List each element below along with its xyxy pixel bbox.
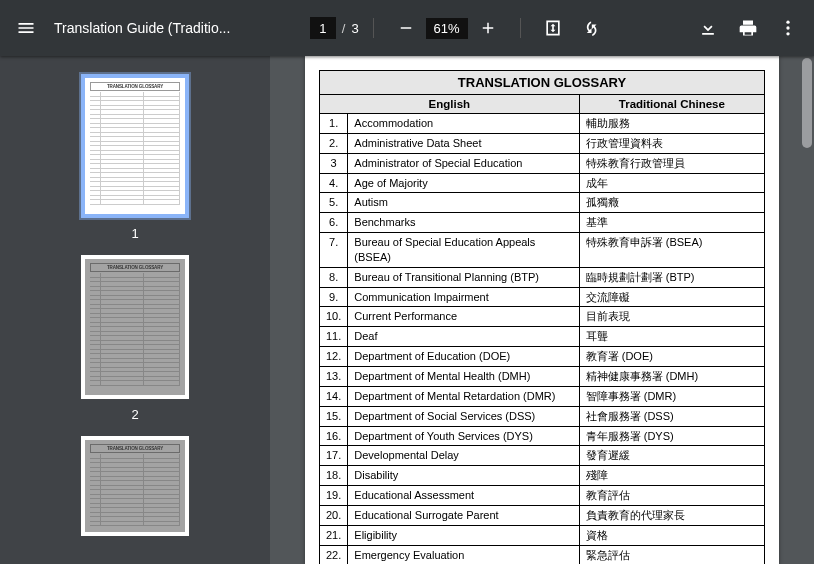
toolbar-separator	[520, 18, 521, 38]
row-number: 8.	[320, 267, 348, 287]
page-number-input[interactable]	[310, 17, 336, 39]
chinese-term: 發育遲緩	[579, 446, 764, 466]
english-term: Educational Assessment	[348, 486, 579, 506]
row-number: 20.	[320, 505, 348, 525]
row-number: 6.	[320, 213, 348, 233]
chinese-term: 智障事務署 (DMR)	[579, 386, 764, 406]
thumbnail-2-label: 2	[131, 407, 138, 422]
table-row: 11.Deaf耳聾	[320, 327, 765, 347]
row-number: 19.	[320, 486, 348, 506]
english-term: Age of Majority	[348, 173, 579, 193]
table-row: 14.Department of Mental Retardation (DMR…	[320, 386, 765, 406]
more-options-button[interactable]	[770, 10, 806, 46]
row-number: 14.	[320, 386, 348, 406]
vertical-scrollbar[interactable]	[802, 58, 812, 562]
row-number: 3	[320, 153, 348, 173]
chinese-term: 教育評估	[579, 486, 764, 506]
chinese-term: 教育署 (DOE)	[579, 347, 764, 367]
english-term: Communication Impairment	[348, 287, 579, 307]
row-number: 4.	[320, 173, 348, 193]
row-number: 13.	[320, 366, 348, 386]
zoom-out-button[interactable]	[388, 10, 424, 46]
zoom-in-button[interactable]	[470, 10, 506, 46]
thumbnail-2[interactable]: TRANSLATION GLOSSARY	[81, 255, 189, 399]
english-term: Department of Social Services (DSS)	[348, 406, 579, 426]
chinese-term: 臨時規劃計劃署 (BTP)	[579, 267, 764, 287]
chinese-term: 青年服務署 (DYS)	[579, 426, 764, 446]
chinese-term: 緊急評估	[579, 545, 764, 564]
english-term: Department of Mental Retardation (DMR)	[348, 386, 579, 406]
row-number: 12.	[320, 347, 348, 367]
pdf-page-1: TRANSLATION GLOSSARY English Traditional…	[305, 56, 779, 564]
table-row: 19.Educational Assessment教育評估	[320, 486, 765, 506]
table-row: 15.Department of Social Services (DSS)社會…	[320, 406, 765, 426]
table-row: 3Administrator of Special Education特殊教育行…	[320, 153, 765, 173]
chinese-term: 成年	[579, 173, 764, 193]
english-term: Bureau of Special Education Appeals (BSE…	[348, 233, 579, 268]
row-number: 15.	[320, 406, 348, 426]
svg-point-0	[786, 21, 789, 24]
svg-point-1	[786, 26, 789, 29]
row-number: 11.	[320, 327, 348, 347]
page-total: 3	[351, 21, 358, 36]
thumbnail-2-wrap: TRANSLATION GLOSSARY	[81, 255, 189, 422]
chinese-term: 精神健康事務署 (DMH)	[579, 366, 764, 386]
table-row: 6.Benchmarks基準	[320, 213, 765, 233]
chinese-term: 基準	[579, 213, 764, 233]
menu-icon[interactable]	[8, 10, 44, 46]
print-button[interactable]	[730, 10, 766, 46]
table-row: 13.Department of Mental Health (DMH)精神健康…	[320, 366, 765, 386]
row-number: 18.	[320, 466, 348, 486]
scrollbar-thumb[interactable]	[802, 58, 812, 148]
english-term: Developmental Delay	[348, 446, 579, 466]
page-separator: /	[342, 21, 346, 36]
table-row: 21.Eligibility資格	[320, 525, 765, 545]
chinese-term: 目前表現	[579, 307, 764, 327]
column-header-english: English	[320, 95, 580, 114]
glossary-table: TRANSLATION GLOSSARY English Traditional…	[319, 70, 765, 564]
zoom-controls: 61%	[388, 10, 506, 46]
zoom-value: 61%	[426, 18, 468, 39]
page-indicator: / 3	[310, 17, 359, 39]
chinese-term: 孤獨癥	[579, 193, 764, 213]
thumbnail-sidebar[interactable]: TRANSLATION GLOSSARY	[0, 56, 270, 564]
row-number: 9.	[320, 287, 348, 307]
row-number: 2.	[320, 133, 348, 153]
english-term: Current Performance	[348, 307, 579, 327]
pdf-toolbar: Translation Guide (Traditio... / 3 61%	[0, 0, 814, 56]
thumbnail-1[interactable]: TRANSLATION GLOSSARY	[81, 74, 189, 218]
download-button[interactable]	[690, 10, 726, 46]
fit-page-button[interactable]	[535, 10, 571, 46]
english-term: Deaf	[348, 327, 579, 347]
english-term: Benchmarks	[348, 213, 579, 233]
row-number: 5.	[320, 193, 348, 213]
document-title: Translation Guide (Traditio...	[54, 20, 230, 36]
table-row: 18.Disability殘障	[320, 466, 765, 486]
chinese-term: 行政管理資料表	[579, 133, 764, 153]
glossary-title: TRANSLATION GLOSSARY	[320, 71, 765, 95]
table-row: 4.Age of Majority成年	[320, 173, 765, 193]
page-viewport[interactable]: TRANSLATION GLOSSARY English Traditional…	[270, 56, 814, 564]
table-row: 7.Bureau of Special Education Appeals (B…	[320, 233, 765, 268]
toolbar-separator	[373, 18, 374, 38]
table-row: 2.Administrative Data Sheet行政管理資料表	[320, 133, 765, 153]
thumbnail-1-label: 1	[131, 226, 138, 241]
table-row: 5.Autism孤獨癥	[320, 193, 765, 213]
table-row: 1.Accommodation輔助服務	[320, 114, 765, 134]
chinese-term: 輔助服務	[579, 114, 764, 134]
table-row: 9.Communication Impairment交流障礙	[320, 287, 765, 307]
table-row: 12.Department of Education (DOE)教育署 (DOE…	[320, 347, 765, 367]
chinese-term: 特殊教育申訴署 (BSEA)	[579, 233, 764, 268]
english-term: Administrator of Special Education	[348, 153, 579, 173]
svg-point-2	[786, 32, 789, 35]
thumbnail-3[interactable]: TRANSLATION GLOSSARY	[81, 436, 189, 536]
table-row: 16.Department of Youth Services (DYS)青年服…	[320, 426, 765, 446]
thumbnail-3-wrap: TRANSLATION GLOSSARY	[81, 436, 189, 536]
table-row: 17.Developmental Delay發育遲緩	[320, 446, 765, 466]
english-term: Emergency Evaluation	[348, 545, 579, 564]
row-number: 22.	[320, 545, 348, 564]
rotate-button[interactable]	[575, 10, 611, 46]
table-row: 20.Educational Surrogate Parent負責教育的代理家長	[320, 505, 765, 525]
english-term: Department of Youth Services (DYS)	[348, 426, 579, 446]
english-term: Eligibility	[348, 525, 579, 545]
